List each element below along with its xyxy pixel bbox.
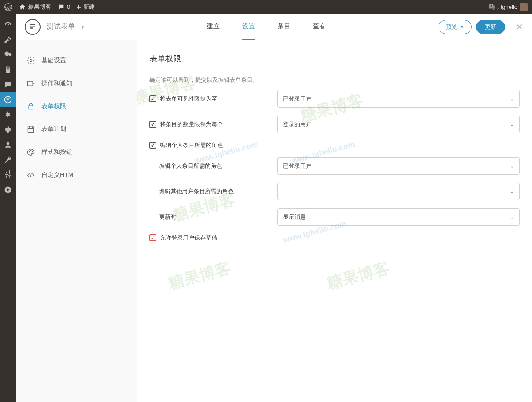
formidable-logo-icon	[25, 19, 41, 35]
send-icon	[26, 79, 35, 88]
form-editor-header: 测试表单 ▼ 建立 设置 条目 查看 预览 ▼ 更新 ✕	[16, 14, 532, 40]
menu-video[interactable]	[0, 182, 16, 197]
update-button[interactable]: 更新	[476, 20, 505, 34]
limit-entries-label: 将条目的数量限制为每个	[160, 120, 223, 128]
allow-draft-checkbox[interactable]	[149, 234, 156, 241]
palette-icon	[26, 148, 35, 157]
tab-entries[interactable]: 条目	[277, 14, 290, 40]
chevron-down-icon: ⌄	[510, 122, 514, 128]
close-button[interactable]: ✕	[516, 22, 523, 32]
edit-others-role-select[interactable]: ⌄	[277, 183, 520, 200]
limit-visibility-checkbox[interactable]	[149, 95, 156, 102]
comments-count: 0	[67, 4, 70, 10]
site-home-link[interactable]: 糖果博客	[19, 3, 51, 11]
chevron-down-icon: ▼	[460, 25, 464, 29]
svg-point-9	[32, 151, 33, 152]
lock-icon	[26, 102, 35, 111]
on-update-select[interactable]: 显示消息 ⌄	[277, 208, 520, 226]
nav-styling[interactable]: 样式和按钮	[16, 141, 137, 164]
menu-tools[interactable]	[0, 152, 16, 167]
limit-visibility-select[interactable]: 已登录用户 ⌄	[277, 90, 520, 108]
nav-actions[interactable]: 操作和通知	[16, 72, 137, 95]
menu-settings[interactable]	[0, 167, 16, 182]
svg-rect-4	[28, 81, 33, 86]
svg-point-3	[30, 60, 32, 62]
tab-settings[interactable]: 设置	[242, 14, 255, 40]
page-subtitle: 确定谁可以看到，提交以及编辑表单条目。	[149, 76, 520, 84]
tab-views[interactable]: 查看	[313, 14, 326, 40]
menu-plugins[interactable]	[0, 122, 16, 137]
chevron-down-icon: ⌄	[510, 96, 514, 102]
nav-general[interactable]: 基础设置	[16, 49, 137, 72]
user-greeting[interactable]: 嗨，tghello	[489, 3, 528, 11]
new-label: 新建	[83, 3, 95, 11]
wp-admin-bar: 糖果博客 0 + 新建 嗨，tghello	[0, 0, 532, 14]
nav-scheduling[interactable]: 表单计划	[16, 118, 137, 141]
allow-draft-label: 允许登录用户保存草稿	[160, 234, 217, 242]
role-required-label: 编辑个人条目所需的角色	[160, 141, 223, 149]
settings-nav: 基础设置 操作和通知 表单权限 表单计划 样式和按钮	[16, 40, 137, 402]
preview-button[interactable]: 预览 ▼	[439, 20, 472, 34]
svg-point-8	[30, 150, 31, 151]
on-update-label: 更新时	[159, 213, 176, 221]
menu-appearance[interactable]	[0, 107, 16, 122]
chevron-down-icon: ⌄	[510, 189, 514, 195]
menu-formidable[interactable]	[0, 92, 16, 107]
tab-build[interactable]: 建立	[207, 14, 220, 40]
gear-icon	[26, 56, 35, 65]
nav-custom-html[interactable]: 自定义HTML	[16, 164, 137, 187]
limit-entries-select[interactable]: 登录的用户 ⌄	[277, 116, 520, 133]
chevron-down-icon: ⌄	[510, 163, 514, 169]
calendar-icon	[26, 125, 35, 134]
menu-posts[interactable]	[0, 32, 16, 47]
page-title: 表单权限	[149, 53, 520, 64]
chevron-down-icon: ▼	[80, 25, 85, 30]
menu-pages[interactable]	[0, 62, 16, 77]
nav-permissions[interactable]: 表单权限	[16, 95, 137, 118]
settings-content: 表单权限 确定谁可以看到，提交以及编辑表单条目。 将表单可见性限制为至 已登录用…	[137, 40, 532, 402]
wp-admin-menu	[0, 14, 16, 402]
wp-logo[interactable]	[4, 3, 12, 11]
svg-rect-5	[29, 106, 33, 109]
edit-own-role-select[interactable]: 已登录用户 ⌄	[277, 157, 520, 175]
edit-others-role-label: 编辑其他用户条目所需的角色	[159, 188, 234, 195]
edit-own-role-label: 编辑个人条目所需的角色	[159, 162, 222, 170]
menu-dashboard[interactable]	[0, 17, 16, 32]
form-name-dropdown[interactable]: 测试表单 ▼	[47, 22, 85, 31]
code-icon	[26, 171, 35, 180]
role-required-checkbox[interactable]	[149, 142, 156, 149]
chevron-down-icon: ⌄	[510, 214, 514, 220]
menu-media[interactable]	[0, 47, 16, 62]
limit-entries-checkbox[interactable]	[149, 121, 156, 128]
svg-rect-6	[28, 127, 33, 132]
divider	[149, 67, 520, 67]
limit-visibility-label: 将表单可见性限制为至	[160, 95, 217, 103]
user-avatar-icon	[520, 3, 528, 11]
new-content-link[interactable]: + 新建	[77, 3, 94, 11]
site-name: 糖果博客	[28, 3, 51, 11]
comments-link[interactable]: 0	[58, 4, 70, 11]
svg-point-7	[29, 151, 30, 152]
menu-users[interactable]	[0, 137, 16, 152]
menu-comments[interactable]	[0, 77, 16, 92]
